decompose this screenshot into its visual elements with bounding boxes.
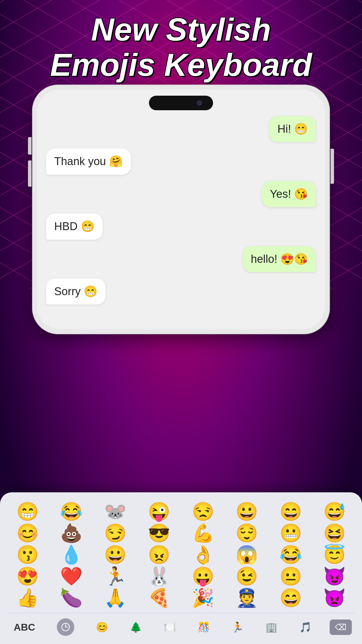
emoji-kissing[interactable]: 😗 <box>7 546 48 564</box>
keyboard-nature-button[interactable]: 🌲 <box>126 619 145 635</box>
phone-camera <box>197 100 202 106</box>
emoji-big-smile[interactable]: 😄 <box>270 589 311 607</box>
emoji-smiling-devil[interactable]: 😈 <box>314 567 355 585</box>
chat-area: Hi! 😁 Thank you 🤗 Yes! 😘 HBD 😁 hello! 😍😘… <box>37 113 325 307</box>
emoji-heart[interactable]: ❤️ <box>51 567 92 585</box>
keyboard-symbols-button[interactable]: 🎵 <box>296 619 315 635</box>
message-yes: Yes! 😘 <box>262 181 316 207</box>
emoji-smirk[interactable]: 😏 <box>95 524 136 542</box>
clock-icon <box>57 618 74 636</box>
emoji-smile[interactable]: 😄 <box>270 503 311 521</box>
emoji-blush[interactable]: 😊 <box>7 524 48 542</box>
keyboard-container: 😁 😂 🐭 😜 😒 😀 😄 😅 😊 💩 😏 😎 💪 😌 😬 😆 😗 💧 😀 😠 … <box>0 492 362 644</box>
emoji-mouse[interactable]: 🐭 <box>95 503 136 521</box>
keyboard-food-button[interactable]: 🍽️ <box>160 619 180 635</box>
title-line2: Emojis Keyboard <box>0 47 362 82</box>
emoji-scream[interactable]: 😱 <box>227 546 267 564</box>
emoji-wink[interactable]: 😉 <box>227 567 267 585</box>
phone-screen: Hi! 😁 Thank you 🤗 Yes! 😘 HBD 😁 hello! 😍😘… <box>37 90 325 329</box>
keyboard-objects-button[interactable]: 🏢 <box>262 619 281 635</box>
phone-notch <box>149 96 213 110</box>
message-hbd: HBD 😁 <box>46 214 103 239</box>
emoji-grimacing[interactable]: 😬 <box>270 524 311 542</box>
emoji-laughing[interactable]: 😆 <box>314 524 355 542</box>
keyboard-delete-button[interactable]: ⌫ <box>330 620 352 635</box>
emoji-devil[interactable]: 👿 <box>314 589 355 607</box>
emoji-droplets[interactable]: 💧 <box>51 546 92 564</box>
phone-notch-area <box>37 90 325 113</box>
emoji-grin[interactable]: 😀 <box>227 503 267 521</box>
emoji-eggplant[interactable]: 🍆 <box>51 589 92 607</box>
emoji-grid: 😁 😂 🐭 😜 😒 😀 😄 😅 😊 💩 😏 😎 💪 😌 😬 😆 😗 💧 😀 😠 … <box>7 503 355 607</box>
emoji-innocent[interactable]: 😇 <box>314 546 355 564</box>
emoji-stuck-out-tongue[interactable]: 😛 <box>183 567 223 585</box>
emoji-police[interactable]: 👮 <box>227 589 267 607</box>
keyboard-abc-button[interactable]: ABC <box>10 619 39 635</box>
emoji-rabbit[interactable]: 🐰 <box>139 567 180 585</box>
keyboard-travel-button[interactable]: 🏃 <box>228 619 247 635</box>
emoji-runner[interactable]: 🏃 <box>95 567 136 585</box>
emoji-simple-smile[interactable]: 😀 <box>95 546 136 564</box>
phone-button-power <box>331 149 334 184</box>
emoji-ok-hand[interactable]: 👌 <box>183 546 223 564</box>
emoji-muscle[interactable]: 💪 <box>183 524 223 542</box>
keyboard-activity-button[interactable]: 🎊 <box>194 619 213 635</box>
emoji-grinning[interactable]: 😁 <box>7 503 48 521</box>
emoji-relieved[interactable]: 😌 <box>227 524 267 542</box>
emoji-poop[interactable]: 💩 <box>51 524 92 542</box>
title-container: New Stylish Emojis Keyboard <box>0 12 362 82</box>
emoji-neutral[interactable]: 😐 <box>270 567 311 585</box>
message-hi: Hi! 😁 <box>269 116 316 142</box>
emoji-sweat-smile[interactable]: 😅 <box>314 503 355 521</box>
phone-button-volume-silent <box>28 137 31 155</box>
emoji-tongue[interactable]: 😜 <box>139 503 180 521</box>
phone-button-volume <box>28 160 31 187</box>
message-hello: hello! 😍😘 <box>243 246 316 272</box>
keyboard-bottom-bar: ABC 😊 🌲 🍽️ 🎊 🏃 🏢 🎵 ⌫ <box>7 613 355 638</box>
emoji-unamused[interactable]: 😒 <box>183 503 223 521</box>
phone-frame: Hi! 😁 Thank you 🤗 Yes! 😘 HBD 😁 hello! 😍😘… <box>32 85 330 334</box>
title-line1: New Stylish <box>0 12 362 47</box>
emoji-cry[interactable]: 😂 <box>270 546 311 564</box>
emoji-thumbsup[interactable]: 👍 <box>7 589 48 607</box>
message-thankyou: Thank you 🤗 <box>46 148 131 174</box>
emoji-pizza[interactable]: 🍕 <box>139 589 180 607</box>
emoji-angry[interactable]: 😠 <box>139 546 180 564</box>
emoji-sunglasses[interactable]: 😎 <box>139 524 180 542</box>
message-sorry: Sorry 😁 <box>46 279 106 304</box>
emoji-joy[interactable]: 😂 <box>51 503 92 521</box>
emoji-heart-eyes[interactable]: 😍 <box>7 567 48 585</box>
keyboard-emoji-button[interactable]: 😊 <box>92 619 112 635</box>
emoji-party[interactable]: 🎉 <box>183 589 223 607</box>
emoji-pray[interactable]: 🙏 <box>95 589 136 607</box>
phone-container: Hi! 😁 Thank you 🤗 Yes! 😘 HBD 😁 hello! 😍😘… <box>32 85 330 334</box>
keyboard-clock-button[interactable] <box>53 616 78 638</box>
